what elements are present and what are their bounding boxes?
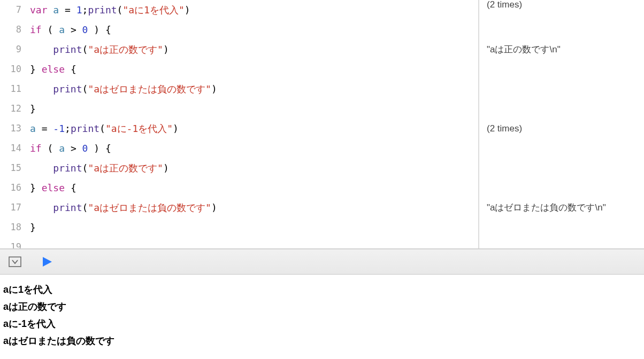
punct: ) xyxy=(163,162,169,174)
toggle-console-button[interactable] xyxy=(7,254,22,269)
string-literal: "aに1を代入" xyxy=(122,4,184,15)
number-literal: 1 xyxy=(76,4,82,15)
line-number: 7 xyxy=(0,0,21,20)
run-button[interactable] xyxy=(40,254,55,269)
code-line[interactable]: print("aはゼロまたは負の数です") xyxy=(30,198,478,217)
console-line: aに-1を代入 xyxy=(3,315,641,332)
punct: ) xyxy=(163,44,169,55)
indent xyxy=(30,44,53,55)
identifier: a xyxy=(59,143,65,154)
console-line: aはゼロまたは負の数です xyxy=(3,332,641,349)
punct: ( xyxy=(99,123,105,134)
punct: ( xyxy=(82,162,88,174)
line-number: 19 xyxy=(0,237,21,248)
result-row[interactable]: "aはゼロまたは負の数です\n" xyxy=(487,198,644,217)
console-output[interactable]: aに1を代入 aは正の数です aに-1を代入 aはゼロまたは負の数です xyxy=(0,275,644,359)
code-editor[interactable]: var a = 1;print("aに1を代入") if ( a > 0 ) {… xyxy=(30,0,478,248)
punct: } xyxy=(30,182,42,193)
punct: ; xyxy=(65,123,71,134)
punct: { xyxy=(65,64,76,75)
punct: } xyxy=(30,64,42,75)
punct: ) xyxy=(173,123,179,134)
result-row[interactable]: (2 times) xyxy=(487,119,644,138)
keyword: var xyxy=(30,4,48,15)
line-number: 8 xyxy=(0,20,21,40)
svg-marker-1 xyxy=(43,257,52,267)
function-call: print xyxy=(71,123,99,134)
line-number: 15 xyxy=(0,158,21,178)
line-number: 12 xyxy=(0,99,21,119)
indent xyxy=(30,162,53,174)
string-literal: "aはゼロまたは負の数です" xyxy=(88,83,211,95)
string-literal: "aは正の数です" xyxy=(88,162,163,174)
function-call: print xyxy=(88,4,117,15)
function-call: print xyxy=(53,162,82,174)
editor-area: 7 8 9 10 11 12 13 14 15 16 17 18 19 var … xyxy=(0,0,644,249)
code-line[interactable]: var a = 1;print("aに1を代入") xyxy=(30,0,478,20)
number-literal: 0 xyxy=(82,143,88,154)
function-call: print xyxy=(53,44,82,55)
string-literal: "aは正の数です" xyxy=(88,44,163,55)
console-line: aは正の数です xyxy=(3,298,641,315)
function-call: print xyxy=(53,202,82,213)
line-number: 14 xyxy=(0,138,21,158)
code-line[interactable]: } else { xyxy=(30,178,478,198)
operator: > xyxy=(65,24,82,35)
code-line[interactable]: } xyxy=(30,217,478,237)
chevron-down-box-icon xyxy=(9,256,21,267)
punct: ) xyxy=(211,202,217,213)
code-line[interactable]: print("aは正の数です") xyxy=(30,40,478,59)
results-sidebar: (2 times) "aは正の数です\n" (2 times) "aはゼロまたは… xyxy=(478,0,644,248)
identifier: a xyxy=(30,123,36,134)
console-line: aに1を代入 xyxy=(3,281,641,298)
punct: ) { xyxy=(88,24,111,35)
number-literal: -1 xyxy=(53,123,65,134)
result-spacer xyxy=(487,59,644,119)
line-number-gutter: 7 8 9 10 11 12 13 14 15 16 17 18 19 xyxy=(0,0,30,248)
code-line[interactable]: } xyxy=(30,99,478,119)
line-number: 18 xyxy=(0,217,21,237)
code-line[interactable]: if ( a > 0 ) { xyxy=(30,138,478,158)
code-line[interactable] xyxy=(30,237,478,248)
punct: ) xyxy=(185,4,190,15)
result-row[interactable]: (2 times) xyxy=(487,0,644,10)
line-number: 11 xyxy=(0,79,21,99)
keyword: if xyxy=(30,143,42,154)
punct: ( xyxy=(82,83,88,95)
punct: ( xyxy=(82,44,88,55)
code-line[interactable]: if ( a > 0 ) { xyxy=(30,20,478,40)
operator: > xyxy=(65,143,82,154)
code-line[interactable]: print("aは正の数です") xyxy=(30,158,478,178)
punct: ( xyxy=(82,202,88,213)
punct: ( xyxy=(117,4,123,15)
punct: } xyxy=(30,222,36,233)
string-literal: "aはゼロまたは負の数です" xyxy=(88,202,211,213)
punct: ) xyxy=(211,83,217,95)
result-spacer xyxy=(487,138,644,198)
line-number: 16 xyxy=(0,178,21,198)
line-number: 17 xyxy=(0,198,21,217)
identifier: a xyxy=(59,24,65,35)
code-line[interactable]: print("aはゼロまたは負の数です") xyxy=(30,79,478,99)
svg-rect-0 xyxy=(9,257,21,267)
operator: = xyxy=(59,4,76,15)
code-panel: 7 8 9 10 11 12 13 14 15 16 17 18 19 var … xyxy=(0,0,478,248)
indent xyxy=(30,83,53,95)
punct: } xyxy=(30,103,36,114)
code-line[interactable]: } else { xyxy=(30,59,478,79)
result-row[interactable]: "aは正の数です\n" xyxy=(487,40,644,59)
debug-toolbar xyxy=(0,249,644,275)
result-spacer xyxy=(487,10,644,40)
punct: ( xyxy=(42,24,59,35)
line-number: 9 xyxy=(0,40,21,59)
punct: ; xyxy=(82,4,88,15)
operator: = xyxy=(36,123,53,134)
line-number: 13 xyxy=(0,119,21,138)
indent xyxy=(30,202,53,213)
code-line[interactable]: a = -1;print("aに-1を代入") xyxy=(30,119,478,138)
function-call: print xyxy=(53,83,82,95)
play-icon xyxy=(41,256,53,268)
punct: { xyxy=(65,182,76,193)
line-number: 10 xyxy=(0,59,21,79)
punct: ) { xyxy=(88,143,111,154)
